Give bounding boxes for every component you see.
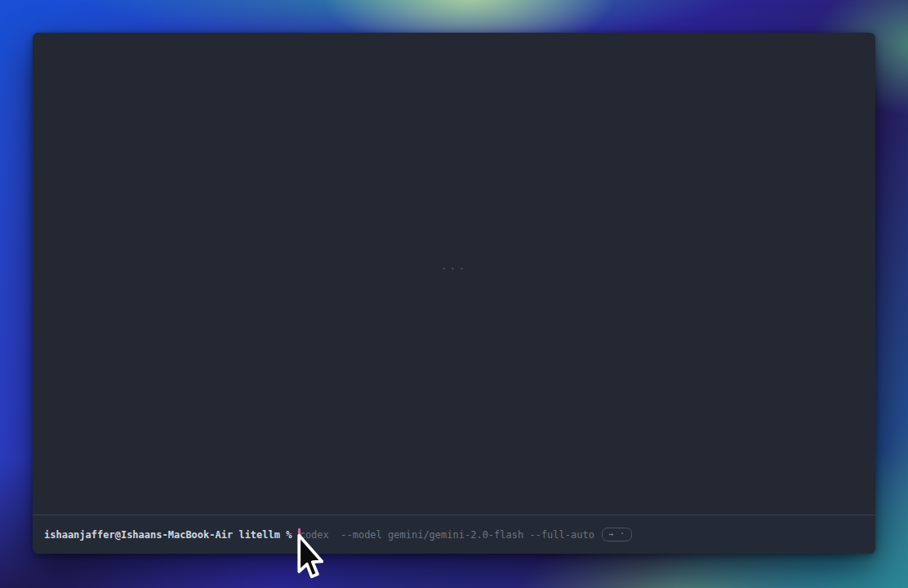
autosuggestion-text: codex --model gemini/gemini-2.0-flash --… bbox=[300, 528, 594, 541]
shell-prompt: ishaanjaffer@Ishaans-MacBook-Air litellm… bbox=[44, 528, 298, 541]
desktop: ... ishaanjaffer@Ishaans-MacBook-Air lit… bbox=[0, 0, 908, 588]
terminal-input-line[interactable]: ishaanjaffer@Ishaans-MacBook-Air litellm… bbox=[33, 514, 875, 554]
mouse-pointer-icon bbox=[296, 533, 323, 581]
right-arrow-key-icon: → · bbox=[608, 529, 625, 538]
terminal-output-area: ... bbox=[33, 33, 875, 514]
loading-indicator: ... bbox=[33, 260, 875, 272]
terminal-window[interactable]: ... ishaanjaffer@Ishaans-MacBook-Air lit… bbox=[33, 33, 875, 554]
accept-suggestion-hint-badge: → · bbox=[602, 528, 632, 541]
